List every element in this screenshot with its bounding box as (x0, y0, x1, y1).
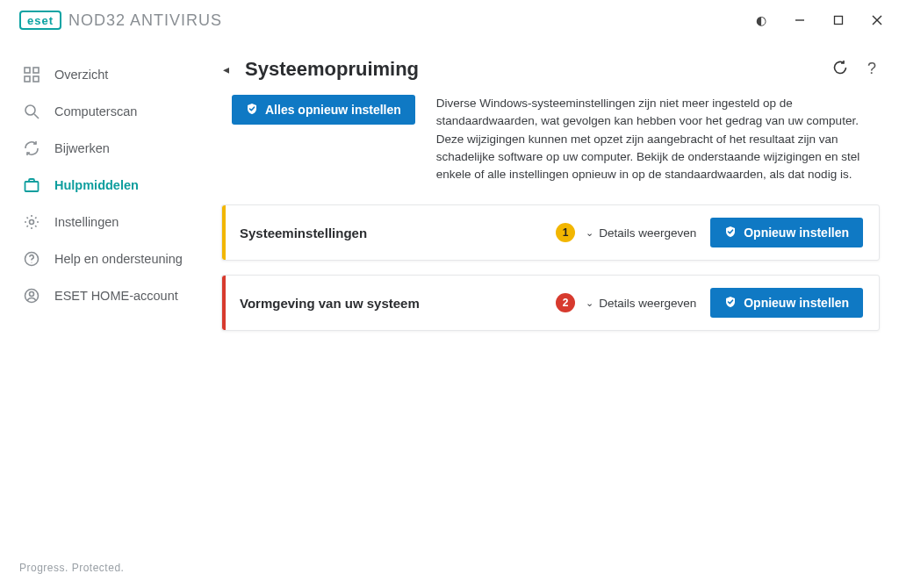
account-icon (23, 288, 40, 304)
reset-button[interactable]: Opnieuw instellen (710, 288, 863, 318)
chevron-down-icon: ⌄ (586, 298, 593, 309)
count-badge: 1 (556, 223, 575, 242)
search-icon (23, 104, 40, 119)
main-content: ◂ Systeemopruiming ? Alles opnieuw inste… (211, 49, 899, 588)
sidebar-item-label: Hulpmiddelen (54, 178, 139, 192)
card-title: Vormgeving van uw systeem (234, 296, 556, 311)
details-toggle[interactable]: ⌄ Details weergeven (586, 226, 696, 240)
sidebar-item-overview[interactable]: Overzicht (0, 56, 211, 93)
details-toggle[interactable]: ⌄ Details weergeven (586, 297, 696, 310)
header-tools: ? (832, 60, 880, 80)
svg-line-9 (34, 114, 39, 118)
brand: eset NOD32 ANTIVIRUS (19, 11, 222, 30)
dashboard-icon (23, 67, 40, 82)
shield-icon (724, 296, 737, 310)
svg-point-8 (25, 105, 35, 115)
svg-rect-5 (33, 68, 39, 73)
svg-rect-6 (25, 76, 30, 82)
footer-tagline: Progress. Protected. (19, 562, 124, 574)
details-label: Details weergeven (599, 226, 696, 240)
sidebar-item-label: Help en ondersteuning (54, 252, 183, 266)
sidebar-item-label: Instellingen (54, 215, 119, 229)
sidebar-item-scan[interactable]: Computerscan (0, 93, 211, 130)
svg-point-13 (31, 262, 32, 262)
svg-rect-10 (25, 182, 39, 191)
sidebar-item-settings[interactable]: Instellingen (0, 204, 211, 240)
chevron-down-icon: ⌄ (586, 227, 593, 239)
refresh-icon[interactable] (832, 60, 848, 80)
svg-point-15 (30, 292, 34, 297)
update-icon (23, 140, 40, 156)
help-question-icon[interactable]: ? (867, 60, 876, 80)
brand-product: NOD32 ANTIVIRUS (68, 11, 222, 30)
intro-row: Alles opnieuw instellen Diverse Windows-… (232, 95, 880, 183)
page-title: Systeemopruiming (245, 58, 820, 81)
minimize-icon[interactable] (792, 12, 808, 28)
window-controls: ◐ (753, 12, 885, 28)
card-system-settings: Systeeminstellingen 1 ⌄ Details weergeve… (221, 204, 880, 261)
svg-rect-1 (835, 17, 843, 25)
brand-product-rest: ANTIVIRUS (126, 11, 222, 29)
svg-rect-7 (33, 76, 39, 82)
sidebar-item-tools[interactable]: Hulpmiddelen (0, 167, 211, 204)
brand-product-bold: NOD32 (68, 11, 126, 29)
card-system-appearance: Vormgeving van uw systeem 2 ⌄ Details we… (221, 275, 880, 331)
sidebar-item-label: ESET HOME-account (54, 289, 178, 303)
back-icon[interactable]: ◂ (219, 59, 233, 80)
page-header: ◂ Systeemopruiming ? (219, 58, 880, 81)
reset-label: Opnieuw instellen (744, 296, 849, 310)
sidebar-item-label: Computerscan (54, 104, 137, 118)
maximize-icon[interactable] (831, 12, 846, 28)
sidebar-item-help[interactable]: Help en ondersteuning (0, 240, 211, 277)
sidebar: Overzicht Computerscan Bijwerken Hulpmid… (0, 49, 211, 588)
count-badge: 2 (556, 293, 575, 312)
sidebar-item-account[interactable]: ESET HOME-account (0, 277, 211, 314)
close-icon[interactable] (869, 12, 885, 28)
reset-label: Opnieuw instellen (744, 226, 849, 240)
shield-icon (724, 226, 737, 240)
svg-rect-4 (25, 68, 30, 73)
sidebar-item-update[interactable]: Bijwerken (0, 130, 211, 167)
card-title: Systeeminstellingen (234, 226, 556, 240)
details-label: Details weergeven (599, 297, 696, 310)
brand-badge: eset (19, 11, 61, 30)
briefcase-icon (23, 177, 40, 193)
titlebar: eset NOD32 ANTIVIRUS ◐ (0, 0, 899, 35)
help-icon (23, 251, 40, 267)
gear-icon (23, 214, 40, 230)
intro-text: Diverse Windows-systeeminstellingen zijn… (436, 95, 880, 183)
svg-point-11 (30, 220, 34, 225)
reset-all-label: Alles opnieuw instellen (265, 103, 401, 117)
contrast-icon[interactable]: ◐ (753, 12, 769, 28)
sidebar-item-label: Overzicht (54, 68, 108, 82)
shield-icon (246, 103, 258, 117)
reset-button[interactable]: Opnieuw instellen (710, 218, 863, 247)
sidebar-item-label: Bijwerken (54, 141, 110, 155)
reset-all-button[interactable]: Alles opnieuw instellen (232, 95, 415, 125)
